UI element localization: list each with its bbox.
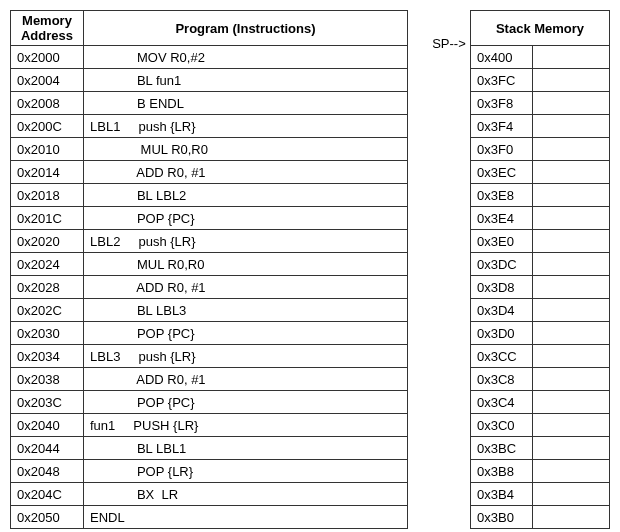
stack-value (533, 92, 610, 115)
table-row: 0x2014 ADD R0, #1 (11, 161, 408, 184)
table-row: 0x3CC (471, 345, 610, 368)
memory-address: 0x2014 (11, 161, 84, 184)
table-row: 0x202C BL LBL3 (11, 299, 408, 322)
stack-value (533, 391, 610, 414)
sp-cell (428, 150, 470, 174)
instruction-cell: fun1 PUSH {LR} (84, 414, 408, 437)
stack-value (533, 414, 610, 437)
sp-cell (428, 269, 470, 293)
memory-address: 0x2024 (11, 253, 84, 276)
stack-address: 0x3CC (471, 345, 533, 368)
memory-address: 0x2040 (11, 414, 84, 437)
table-row: 0x3C4 (471, 391, 610, 414)
table-row: 0x3E0 (471, 230, 610, 253)
stack-header: Stack Memory (471, 11, 610, 46)
stack-value (533, 69, 610, 92)
sp-cell (428, 174, 470, 198)
table-row: 0x3C8 (471, 368, 610, 391)
stack-address: 0x3C0 (471, 414, 533, 437)
sp-cell (428, 79, 470, 103)
program-header-instr: Program (Instructions) (84, 11, 408, 46)
table-row: 0x3B8 (471, 460, 610, 483)
stack-value (533, 506, 610, 529)
table-row: 0x204C BX LR (11, 483, 408, 506)
sp-cell (428, 198, 470, 222)
table-row: 0x2020LBL2 push {LR} (11, 230, 408, 253)
instruction-cell: POP {PC} (84, 391, 408, 414)
memory-address: 0x2010 (11, 138, 84, 161)
instruction-cell: LBL2 push {LR} (84, 230, 408, 253)
instruction-cell: MUL R0,R0 (84, 253, 408, 276)
memory-address: 0x2028 (11, 276, 84, 299)
table-row: 0x3D4 (471, 299, 610, 322)
table-row: 0x2004 BL fun1 (11, 69, 408, 92)
instruction-cell: ENDL (84, 506, 408, 529)
stack-address: 0x3D4 (471, 299, 533, 322)
table-row: 0x3F4 (471, 115, 610, 138)
table-row: 0x2038 ADD R0, #1 (11, 368, 408, 391)
table-row: 0x2018 BL LBL2 (11, 184, 408, 207)
sp-cell (428, 458, 470, 482)
table-row: 0x2010 MUL R0,R0 (11, 138, 408, 161)
program-table: MemoryAddress Program (Instructions) 0x2… (10, 10, 408, 529)
stack-address: 0x3F0 (471, 138, 533, 161)
table-row: 0x3E4 (471, 207, 610, 230)
stack-address: 0x3B4 (471, 483, 533, 506)
table-row: 0x2034LBL3 push {LR} (11, 345, 408, 368)
stack-address: 0x3DC (471, 253, 533, 276)
stack-value (533, 253, 610, 276)
instruction-cell: POP {LR} (84, 460, 408, 483)
instruction-cell: MOV R0,#2 (84, 46, 408, 69)
table-row: 0x200CLBL1 push {LR} (11, 115, 408, 138)
instruction-cell: BL LBL2 (84, 184, 408, 207)
sp-cell (428, 127, 470, 151)
memory-address: 0x2048 (11, 460, 84, 483)
stack-value (533, 460, 610, 483)
table-row: 0x3EC (471, 161, 610, 184)
sp-cell (428, 103, 470, 127)
stack-address: 0x3FC (471, 69, 533, 92)
stack-value (533, 345, 610, 368)
sp-cell (428, 434, 470, 458)
instruction-cell: BL fun1 (84, 69, 408, 92)
stack-value (533, 115, 610, 138)
stack-address: 0x3C4 (471, 391, 533, 414)
instruction-cell: BL LBL3 (84, 299, 408, 322)
instruction-cell: ADD R0, #1 (84, 276, 408, 299)
stack-address: 0x3B0 (471, 506, 533, 529)
sp-cell (428, 56, 470, 80)
stack-value (533, 138, 610, 161)
table-row: 0x203C POP {PC} (11, 391, 408, 414)
sp-cell (428, 411, 470, 435)
instruction-cell: ADD R0, #1 (84, 368, 408, 391)
memory-address: 0x203C (11, 391, 84, 414)
table-row: 0x3D0 (471, 322, 610, 345)
stack-address: 0x3F8 (471, 92, 533, 115)
table-row: 0x3FC (471, 69, 610, 92)
sp-cell (428, 245, 470, 269)
stack-value (533, 230, 610, 253)
stack-value (533, 276, 610, 299)
stack-value (533, 207, 610, 230)
memory-address: 0x2000 (11, 46, 84, 69)
memory-address: 0x2034 (11, 345, 84, 368)
table-row: 0x201C POP {PC} (11, 207, 408, 230)
table-row: 0x2048 POP {LR} (11, 460, 408, 483)
table-row: 0x2040fun1 PUSH {LR} (11, 414, 408, 437)
sp-cell (428, 221, 470, 245)
table-row: 0x2008 B ENDL (11, 92, 408, 115)
table-row: 0x3F0 (471, 138, 610, 161)
sp-cell (428, 292, 470, 316)
instruction-cell: POP {PC} (84, 207, 408, 230)
stack-address: 0x3D0 (471, 322, 533, 345)
sp-cell (428, 340, 470, 364)
table-row: 0x3F8 (471, 92, 610, 115)
sp-cell (428, 481, 470, 505)
sp-cell: SP--> (428, 32, 470, 56)
table-row: 0x3D8 (471, 276, 610, 299)
memory-address: 0x2004 (11, 69, 84, 92)
stack-value (533, 161, 610, 184)
stack-address: 0x3C8 (471, 368, 533, 391)
stack-value (533, 368, 610, 391)
stack-address: 0x3E8 (471, 184, 533, 207)
